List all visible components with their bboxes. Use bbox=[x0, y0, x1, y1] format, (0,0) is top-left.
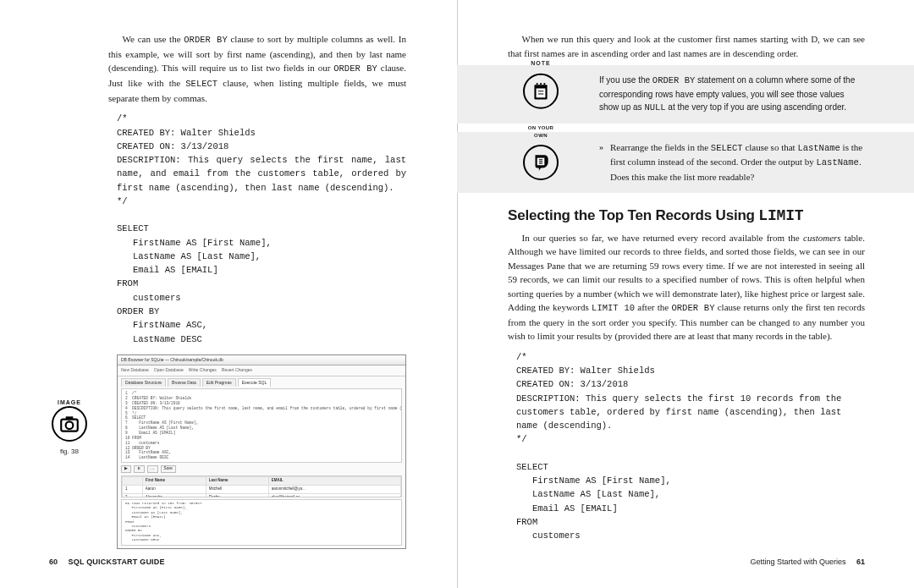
code: ORDER BY bbox=[184, 35, 227, 45]
code: ORDER BY bbox=[652, 75, 695, 85]
note-label: NOTE bbox=[523, 59, 559, 69]
image-badge-ring bbox=[52, 406, 87, 442]
ss-messages-pane: 59 rows returned in 1ms from: SELECT Fir… bbox=[121, 499, 402, 546]
right-paragraph-2: In our queries so far, we have returned … bbox=[508, 231, 865, 343]
ss-toolbar-item: Open Database bbox=[154, 367, 184, 374]
left-page: We can use the ORDER BY clause to sort b… bbox=[0, 0, 457, 588]
bullet: » bbox=[599, 140, 603, 184]
emphasis: customers bbox=[803, 233, 841, 243]
camera-icon bbox=[58, 413, 80, 435]
left-paragraph-1: We can use the ORDER BY clause to sort b… bbox=[108, 32, 406, 105]
book-head-icon bbox=[530, 151, 552, 173]
ss-toolbar-item: Revert Changes bbox=[222, 367, 252, 374]
note-callout: NOTE If you use the ORDER BY statement o… bbox=[457, 65, 914, 124]
oyo-text: Rearrange the fields in the SELECT claus… bbox=[610, 140, 865, 184]
sql-code-block-1: /* CREATED BY: Walter Shields CREATED ON… bbox=[117, 112, 406, 346]
ss-editor: 1 /* 2 CREATED BY: Walter Shields 3 CREA… bbox=[121, 388, 402, 463]
notepad-icon bbox=[530, 80, 552, 102]
text: We can use the bbox=[123, 34, 184, 44]
on-your-own-callout: ON YOUR OWN » Rearrange the fields in th… bbox=[457, 132, 914, 193]
code: ORDER BY bbox=[671, 303, 714, 313]
th: EMAIL bbox=[268, 477, 400, 486]
th: First Name bbox=[142, 477, 206, 486]
figure-label: fig. 38 bbox=[47, 447, 91, 457]
code: LIMIT 10 bbox=[592, 303, 635, 313]
chapter-title: Getting Started with Queries bbox=[750, 558, 845, 566]
sql-code-block-2: /* CREATED BY: Walter Shields CREATED ON… bbox=[516, 350, 865, 543]
ss-tab: Edit Pragmas bbox=[202, 378, 236, 387]
ss-toolbar: New Database Open Database Write Changes… bbox=[118, 365, 405, 376]
oyo-badge: ON YOUR OWN bbox=[523, 141, 559, 184]
th bbox=[123, 477, 143, 486]
note-text: If you use the bbox=[599, 75, 652, 85]
ss-tab: Database Structure bbox=[121, 378, 166, 387]
ss-tab-active: Execute SQL bbox=[238, 378, 271, 387]
ss-tabs: Database Structure Browse Data Edit Prag… bbox=[118, 376, 405, 387]
left-footer: 60 SQL QUICKSTART GUIDE bbox=[49, 557, 165, 569]
ss-titlebar: DB Browser for SQLite — Chinook/sample/C… bbox=[118, 355, 405, 366]
ss-toolbar-item: New Database bbox=[121, 367, 149, 374]
heading-text: Selecting the Top Ten Records Using bbox=[508, 207, 758, 223]
book-title: SQL QUICKSTART GUIDE bbox=[69, 558, 165, 566]
page-number: 60 bbox=[49, 558, 58, 566]
page-number: 61 bbox=[856, 558, 865, 566]
right-page: When we run this query and look at the c… bbox=[457, 0, 914, 588]
ss-run-btn: ▶ bbox=[121, 465, 131, 473]
ss-btn: ⏸ bbox=[134, 465, 145, 473]
svg-point-9 bbox=[543, 83, 545, 85]
right-footer: Getting Started with Queries 61 bbox=[750, 557, 865, 569]
ss-results-table: First Name Last Name EMAIL 1AaronMitchel… bbox=[121, 475, 402, 497]
code: ORDER BY bbox=[333, 63, 377, 74]
svg-point-7 bbox=[537, 83, 538, 85]
ss-btn: … bbox=[147, 465, 158, 473]
svg-point-8 bbox=[540, 83, 542, 85]
svg-rect-4 bbox=[537, 88, 546, 97]
th: Last Name bbox=[206, 477, 268, 486]
table-row: 1AaronMitchellaaronmitchell@ya... bbox=[123, 485, 401, 493]
oyo-label: ON YOUR OWN bbox=[523, 124, 559, 140]
right-paragraph-1: When we run this query and look at the c… bbox=[508, 32, 865, 60]
code: NULL bbox=[644, 102, 665, 113]
table-row: 2AlexandreRochaalex@hotmail.co... bbox=[123, 493, 401, 497]
ss-controls: ▶ ⏸ … Save bbox=[118, 464, 405, 474]
ss-tab: Browse Data bbox=[168, 378, 201, 387]
table-header-row: First Name Last Name EMAIL bbox=[123, 477, 401, 486]
code: SELECT bbox=[185, 79, 217, 89]
note-text: at the very top if you are using ascendi… bbox=[666, 102, 846, 112]
ss-btn: Save bbox=[161, 465, 176, 473]
svg-point-1 bbox=[66, 421, 74, 429]
image-badge: IMAGE fig. 38 bbox=[47, 406, 91, 457]
section-heading: Selecting the Top Ten Records Using LIMI… bbox=[508, 205, 865, 228]
ss-toolbar-item: Write Changes bbox=[189, 367, 217, 374]
heading-code: LIMIT bbox=[758, 207, 803, 224]
note-badge: NOTE bbox=[523, 76, 559, 113]
svg-rect-2 bbox=[66, 416, 74, 419]
db-browser-screenshot: DB Browser for SQLite — Chinook/sample/C… bbox=[117, 354, 406, 549]
